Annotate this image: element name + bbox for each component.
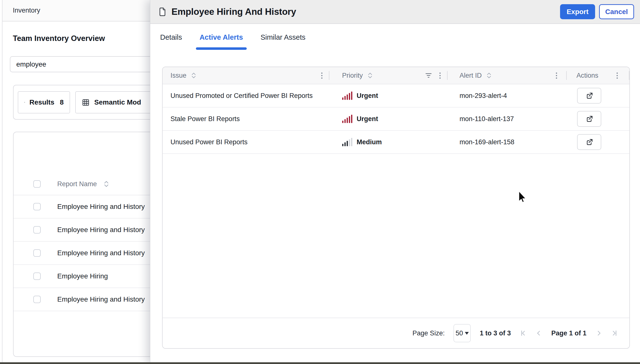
report-table-header: Report Name — [14, 173, 150, 195]
sort-icon[interactable] — [103, 180, 109, 188]
search-input[interactable] — [16, 60, 150, 68]
open-alert-button[interactable] — [577, 88, 601, 104]
first-page-icon[interactable] — [520, 330, 526, 337]
alert-table-row[interactable]: Unused Power BI Reports Medium mon-169-a… — [163, 131, 629, 154]
result-tabs-card: Results 8 Semantic Mod — [13, 85, 150, 120]
window-bottom-edge — [0, 362, 640, 364]
window-left-edge — [2, 0, 3, 364]
drawer-header: Employee Hiring And History Export Cance… — [150, 0, 640, 24]
alert-table-row[interactable]: Unused Promoted or Certified Power BI Re… — [163, 84, 629, 108]
column-header-actions: Actions — [567, 67, 629, 84]
tab-active-alerts[interactable]: Active Alerts — [200, 24, 243, 50]
column-menu-icon[interactable] — [321, 72, 322, 79]
drawer-tabs: Details Active Alerts Similar Assets — [150, 24, 640, 50]
range-text: 1 to 3 of 3 — [480, 330, 511, 337]
alert-id-cell: mon-110-alert-137 — [448, 115, 567, 123]
column-menu-icon[interactable] — [616, 72, 618, 79]
inventory-page-title: Inventory — [13, 7, 40, 14]
report-table-card: Report Name Employee Hiring and History … — [13, 132, 150, 357]
page-size-select[interactable]: 50 — [453, 324, 471, 342]
tab-semantic-models[interactable]: Semantic Mod — [75, 91, 150, 114]
file-icon — [158, 7, 167, 17]
sort-icon[interactable] — [486, 72, 492, 79]
row-checkbox[interactable] — [33, 203, 41, 210]
select-all-checkbox[interactable] — [33, 180, 41, 188]
inventory-page-header: Inventory — [3, 0, 150, 22]
external-link-icon — [585, 92, 593, 100]
sort-icon[interactable] — [367, 72, 373, 79]
row-checkbox[interactable] — [33, 226, 41, 234]
report-name-cell: Employee Hiring and History — [57, 296, 145, 303]
actions-cell — [567, 111, 629, 127]
priority-bars-icon — [342, 92, 352, 100]
box-search-icon — [24, 98, 25, 107]
open-alert-button[interactable] — [577, 134, 601, 150]
column-menu-icon[interactable] — [439, 72, 441, 79]
alerts-table-header: Issue Priority Alert ID Actions — [163, 67, 629, 84]
report-table-row[interactable]: Employee Hiring and History — [14, 288, 150, 311]
report-table-row[interactable]: Employee Hiring — [14, 265, 150, 288]
row-checkbox[interactable] — [33, 296, 41, 303]
page-text: Page 1 of 1 — [551, 330, 586, 337]
actions-cell — [567, 88, 629, 104]
sort-icon[interactable] — [191, 72, 196, 79]
report-name-column-header[interactable]: Report Name — [57, 180, 97, 188]
next-page-icon[interactable] — [595, 330, 602, 337]
page-size-label: Page Size: — [412, 330, 445, 337]
report-table-row[interactable]: Employee Hiring and History — [14, 242, 150, 265]
results-count-badge: 8 — [60, 98, 64, 106]
alert-table-row[interactable]: Stale Power BI Reports Urgent mon-110-al… — [163, 108, 629, 131]
column-header-alert-id[interactable]: Alert ID — [448, 67, 567, 84]
priority-cell: Medium — [329, 138, 448, 146]
cancel-button[interactable]: Cancel — [599, 4, 634, 19]
issue-cell: Unused Promoted or Certified Power BI Re… — [163, 92, 329, 100]
column-header-priority[interactable]: Priority — [329, 67, 448, 84]
tab-semantic-label: Semantic Mod — [94, 98, 141, 106]
row-checkbox[interactable] — [33, 272, 41, 280]
external-link-icon — [585, 138, 593, 146]
pagination-bar: Page Size: 50 1 to 3 of 3 Page 1 of 1 — [163, 318, 629, 348]
report-name-cell: Employee Hiring and History — [57, 249, 145, 257]
actions-cell — [567, 134, 629, 150]
tab-similar-assets[interactable]: Similar Assets — [261, 24, 305, 50]
priority-bars-icon — [342, 138, 352, 146]
section-title: Team Inventory Overview — [13, 34, 105, 43]
column-header-issue[interactable]: Issue — [163, 67, 329, 84]
row-checkbox[interactable] — [33, 249, 41, 257]
alert-id-cell: mon-293-alert-4 — [448, 92, 567, 100]
filter-icon[interactable] — [425, 73, 432, 78]
issue-cell: Stale Power BI Reports — [163, 115, 329, 123]
priority-bars-icon — [342, 115, 352, 123]
asset-detail-drawer: Employee Hiring And History Export Cance… — [150, 0, 640, 364]
priority-cell: Urgent — [329, 115, 448, 123]
search-input-wrap — [10, 56, 150, 72]
inventory-page: Inventory Team Inventory Overview Result… — [0, 0, 150, 364]
external-link-icon — [585, 115, 593, 123]
report-name-cell: Employee Hiring — [57, 272, 108, 280]
chevron-down-icon — [465, 332, 469, 335]
report-name-cell: Employee Hiring and History — [57, 203, 145, 210]
priority-cell: Urgent — [329, 92, 448, 100]
tab-results-label: Results — [29, 98, 54, 106]
issue-cell: Unused Power BI Reports — [163, 138, 329, 146]
drawer-title: Employee Hiring And History — [172, 7, 296, 17]
column-menu-icon[interactable] — [556, 72, 557, 79]
last-page-icon[interactable] — [611, 330, 618, 337]
report-name-cell: Employee Hiring and History — [57, 226, 145, 234]
report-table-row[interactable]: Employee Hiring and History — [14, 195, 150, 218]
open-alert-button[interactable] — [577, 111, 601, 127]
export-button[interactable]: Export — [560, 4, 595, 19]
tab-details[interactable]: Details — [160, 24, 182, 50]
grid-icon — [82, 98, 90, 106]
alert-id-cell: mon-169-alert-158 — [448, 138, 567, 146]
tab-results[interactable]: Results 8 — [18, 91, 70, 114]
alerts-table-card: Issue Priority Alert ID Actions Unuse — [162, 66, 630, 349]
report-table-row[interactable]: Employee Hiring and History — [14, 218, 150, 242]
report-table-body: Employee Hiring and History Employee Hir… — [14, 195, 150, 311]
previous-page-icon[interactable] — [535, 330, 542, 337]
